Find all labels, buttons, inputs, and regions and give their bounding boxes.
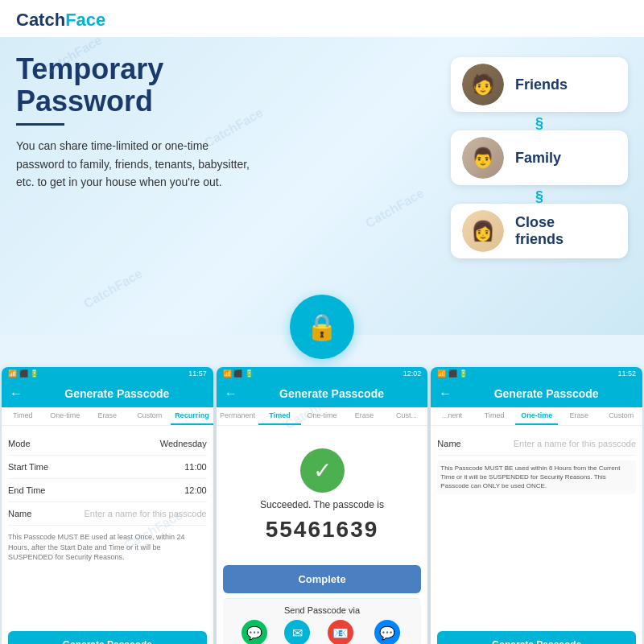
hero-section: Temporary Password You can share time-li… bbox=[0, 37, 644, 335]
title-underline bbox=[16, 123, 64, 126]
logo-catch: Catch bbox=[16, 10, 65, 31]
phone1-tab-timed[interactable]: Timed bbox=[2, 407, 44, 425]
phone1-tab-recurring[interactable]: Recurring bbox=[171, 407, 213, 425]
phone1-tab-custom[interactable]: Custom bbox=[129, 407, 171, 425]
phone2-status-left: 📶 ⬛ 🔋 bbox=[223, 369, 254, 378]
phone2-success-check: ✓ bbox=[300, 448, 345, 493]
person-card-close-friends: 👩 Closefriends bbox=[451, 204, 628, 258]
phone2-share-label: Send Passcode via bbox=[229, 605, 415, 615]
phone2-tab-bar: Permanent Timed One-time Erase Cust... bbox=[217, 407, 428, 426]
logo: CatchFace bbox=[16, 10, 628, 31]
phone1-header-title: Generate Passcode bbox=[29, 387, 205, 400]
phone1-tab-erase[interactable]: Erase bbox=[86, 407, 129, 425]
phone2-header: ← Generate Passcode bbox=[217, 380, 428, 407]
phone2-tab-timed[interactable]: Timed bbox=[258, 407, 301, 425]
person-label-family: Family bbox=[515, 150, 561, 167]
hero-title: Temporary Password bbox=[16, 53, 443, 117]
share-email[interactable]: 📧 Email bbox=[328, 620, 353, 644]
person-card-friends: 🧑 Friends bbox=[451, 57, 628, 112]
phone2-tab-erase[interactable]: Erase bbox=[343, 407, 386, 425]
share-messenger[interactable]: 💬 Messenger bbox=[371, 620, 403, 644]
phone1-field-start: Start Time 11:00 bbox=[8, 456, 207, 479]
phone3-tab-timed[interactable]: Timed bbox=[473, 407, 516, 425]
phone1-status-bar: 📶 ⬛ 🔋 11:57 bbox=[2, 367, 213, 380]
hero-description: You can share time-limited or one-time p… bbox=[16, 137, 258, 191]
lock-icon-circle: 🔒 bbox=[290, 295, 354, 359]
phone1-time: 11:57 bbox=[188, 369, 207, 378]
phone-screen-2: 📶 ⬛ 🔋 12:02 ← Generate Passcode Permanen… bbox=[217, 367, 428, 644]
phone2-share-sheet: Send Passcode via 💬 Wechat ✉ SMS 📧 Email bbox=[223, 598, 422, 644]
phone2-passcode: 55461639 bbox=[266, 517, 379, 543]
phone3-tab-custom[interactable]: Custom bbox=[600, 407, 642, 425]
phone3-tab-onetime[interactable]: One-time bbox=[515, 407, 558, 425]
phone1-field-name: Name Enter a name for this passcode bbox=[8, 502, 207, 526]
avatar-family: 👨 bbox=[462, 137, 504, 179]
phone2-tab-onetime[interactable]: One-time bbox=[301, 407, 344, 425]
phone2-success-text: Succeeded. The passcode is bbox=[260, 499, 384, 510]
phone1-back-arrow[interactable]: ← bbox=[10, 386, 23, 401]
phone2-success-area: ✓ Succeeded. The passcode is 55461639 bbox=[217, 426, 428, 565]
phone3-status-left: 📶 ⬛ 🔋 bbox=[437, 369, 468, 378]
phone2-share-icons: 💬 Wechat ✉ SMS 📧 Email 💬 Messenger bbox=[229, 620, 415, 644]
phone1-field-mode: Mode Wednesday bbox=[8, 432, 207, 456]
phone3-header-title: Generate Passcode bbox=[458, 387, 634, 400]
header: CatchFace bbox=[0, 0, 644, 37]
phone2-header-title: Generate Passcode bbox=[244, 387, 420, 400]
people-cards: 🧑 Friends § 👨 Family § 👩 Closefriends bbox=[451, 53, 628, 319]
phone1-tab-onetime[interactable]: One-time bbox=[44, 407, 87, 425]
share-wechat[interactable]: 💬 Wechat bbox=[242, 620, 267, 644]
phone-screen-3: 📶 ⬛ 🔋 11:52 ← Generate Passcode ...nent … bbox=[431, 367, 642, 644]
phone3-field-name: Name Enter a name for this passcode bbox=[437, 432, 636, 456]
phones-section: 📶 ⬛ 🔋 11:57 ← Generate Passcode Timed On… bbox=[0, 335, 644, 644]
avatar-close-friends: 👩 bbox=[462, 210, 504, 252]
phone1-header: ← Generate Passcode bbox=[2, 380, 213, 407]
connector-1: § bbox=[451, 115, 628, 132]
phone3-tab-bar: ...nent Timed One-time Erase Custom bbox=[431, 407, 642, 426]
logo-face: Face bbox=[65, 10, 105, 31]
person-label-friends: Friends bbox=[515, 76, 568, 93]
phone3-body: Name Enter a name for this passcode This… bbox=[431, 426, 642, 644]
phone2-time: 12:02 bbox=[403, 369, 422, 378]
phone1-notice: This Passcode MUST BE used at least Once… bbox=[8, 532, 207, 563]
hero-left: Temporary Password You can share time-li… bbox=[16, 53, 451, 319]
lock-icon: 🔒 bbox=[306, 312, 338, 342]
phone2-status-bar: 📶 ⬛ 🔋 12:02 bbox=[217, 367, 428, 380]
phone1-status-left: 📶 ⬛ 🔋 bbox=[8, 369, 39, 378]
phone3-tab-erase[interactable]: Erase bbox=[558, 407, 601, 425]
phone3-generate-btn[interactable]: Generate Passcode bbox=[437, 631, 636, 644]
phone3-status-bar: 📶 ⬛ 🔋 11:52 bbox=[431, 367, 642, 380]
phone1-tab-bar: Timed One-time Erase Custom Recurring bbox=[2, 407, 213, 426]
phone1-field-end: End Time 12:00 bbox=[8, 479, 207, 502]
phone3-tab-permanent[interactable]: ...nent bbox=[431, 407, 473, 425]
phone3-notice: This Passcode MUST BE used within 6 Hour… bbox=[437, 460, 636, 494]
connector-2: § bbox=[451, 188, 628, 205]
phone1-body: Mode Wednesday Start Time 11:00 End Time… bbox=[2, 426, 213, 644]
phone2-tab-cust[interactable]: Cust... bbox=[386, 407, 428, 425]
phone3-time: 11:52 bbox=[617, 369, 636, 378]
phone2-tab-permanent[interactable]: Permanent bbox=[217, 407, 259, 425]
avatar-friends: 🧑 bbox=[462, 64, 504, 105]
share-sms[interactable]: ✉ SMS bbox=[284, 620, 310, 644]
person-label-close-friends: Closefriends bbox=[515, 214, 564, 248]
person-card-family: 👨 Family bbox=[451, 130, 628, 185]
phone-screen-1: 📶 ⬛ 🔋 11:57 ← Generate Passcode Timed On… bbox=[2, 367, 213, 644]
phone2-back-arrow[interactable]: ← bbox=[225, 386, 237, 401]
phone1-generate-btn[interactable]: Generate Passcode bbox=[8, 631, 207, 644]
phone3-header: ← Generate Passcode bbox=[431, 380, 642, 407]
phone3-back-arrow[interactable]: ← bbox=[439, 386, 452, 401]
phone2-complete-btn[interactable]: Complete bbox=[223, 565, 422, 593]
